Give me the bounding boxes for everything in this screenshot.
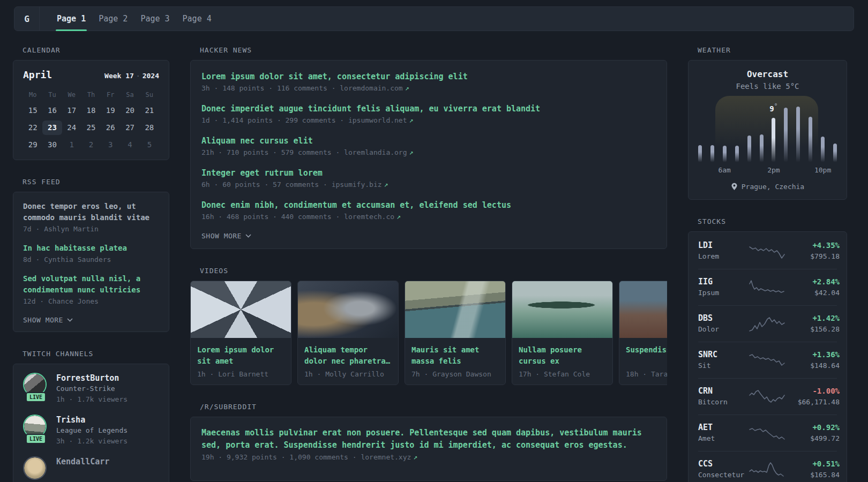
stock-change: +0.51% (788, 458, 840, 470)
stock-row[interactable]: LDILorem +4.35%$795.18 (698, 233, 837, 269)
hn-item-meta: 1d · 1,414 points · 299 comments · ipsum… (201, 115, 656, 126)
weather-bars (698, 107, 837, 162)
hn-item-domain[interactable]: loremdomain.com (340, 84, 402, 92)
video-card[interactable]: Mauris sit amet massa felis 7h · Grayson… (405, 281, 506, 385)
hn-item-stats: 16h · 468 points · 440 comments · (201, 213, 344, 221)
hour-tick: 10pm (814, 166, 831, 174)
stock-sparkline (747, 460, 788, 479)
reddit-post-title[interactable]: Maecenas mollis pulvinar erat non posuer… (201, 427, 656, 451)
calendar-day: 15 (23, 103, 42, 118)
calendar-day: 25 (81, 120, 101, 135)
app-logo[interactable]: G (14, 7, 40, 31)
calendar-day: 16 (42, 103, 62, 118)
calendar-day: 26 (101, 120, 120, 135)
videos-carousel: Lorem ipsum dolor sit amet consectetu… 1… (190, 281, 667, 385)
twitch-channel-row[interactable]: LIVE ForrestBurton Counter-Strike 1h · 1… (23, 373, 159, 405)
stock-change: -1.00% (788, 386, 840, 397)
hn-item-meta: 6h · 60 points · 57 comments · ipsumify.… (201, 179, 656, 190)
stock-name: Amet (698, 433, 747, 444)
tab-page-3[interactable]: Page 3 (134, 7, 176, 31)
weather-bar (760, 134, 764, 162)
calendar-day: 24 (62, 120, 81, 135)
channel-meta: 1h · 1.7k viewers (56, 394, 128, 405)
rss-item-title[interactable]: Sed volutpat nulla nisl, a condimentum n… (23, 273, 159, 296)
dashboard-grid: CALENDAR April Week 17·2024 Mo Tu We Th … (0, 31, 868, 482)
show-more-label: SHOW MORE (201, 232, 242, 240)
hn-item-title[interactable]: Aliquam nec cursus elit (201, 135, 656, 147)
video-title[interactable]: Suspendisse diam (626, 344, 667, 367)
stock-row[interactable]: CCSConsectetur +0.51%$165.84 (698, 451, 837, 482)
hn-item-domain[interactable]: loremlandia.org (344, 148, 407, 156)
twitch-channel-row[interactable]: LIVE Trisha League of Legends 3h · 1.2k … (23, 415, 159, 447)
hn-item-domain[interactable]: ipsumify.biz (332, 180, 382, 189)
video-card[interactable]: Lorem ipsum dolor sit amet consectetu… 1… (190, 281, 291, 385)
calendar-day-next-month: 4 (120, 138, 139, 152)
stock-row[interactable]: DBSDolor +1.42%$156.28 (698, 305, 837, 342)
calendar-day: 27 (120, 120, 139, 135)
stock-row[interactable]: AETAmet +0.92%$499.72 (698, 415, 837, 451)
hn-item-title[interactable]: Donec enim nibh, condimentum et accumsan… (201, 200, 656, 211)
video-card[interactable]: Nullam posuere cursus ex 17h · Stefan Co… (512, 281, 613, 385)
channel-name[interactable]: KendallCarr (56, 456, 109, 467)
weather-bar (723, 146, 727, 162)
hn-item-domain[interactable]: ipsumworld.net (348, 116, 407, 124)
channel-game: League of Legends (56, 425, 128, 436)
stock-price: $66,171.48 (788, 397, 840, 408)
stock-ticker: AET (698, 422, 747, 433)
stock-sparkline (747, 387, 788, 406)
tab-page-2[interactable]: Page 2 (92, 7, 134, 31)
calendar-day: 21 (140, 103, 159, 118)
hn-item-title[interactable]: Donec imperdiet augue tincidunt felis al… (201, 103, 656, 115)
stock-row[interactable]: IIGIpsum +2.84%$42.04 (698, 269, 837, 305)
dow-label: We (62, 89, 81, 101)
stock-ticker: DBS (698, 313, 747, 324)
video-title[interactable]: Nullam posuere cursus ex (519, 344, 606, 367)
reddit-post-domain[interactable]: loremnet.xyz (361, 453, 411, 461)
video-title[interactable]: Mauris sit amet massa felis (411, 344, 499, 367)
stock-name: Lorem (698, 251, 747, 262)
weather-hourly-chart: 9° 6am 2pm 10pm (698, 96, 837, 175)
rss-widget: RSS FEED Donec tempor eros leo, ut commo… (13, 178, 169, 332)
video-thumbnail (405, 281, 505, 338)
reddit-post-meta: 19h · 9,932 points · 1,090 comments · lo… (201, 451, 656, 463)
video-thumbnail (512, 281, 612, 338)
video-card[interactable]: Suspendisse diam 18h · Tara (619, 281, 667, 385)
calendar-day: 17 (62, 103, 81, 118)
video-thumbnail (191, 281, 291, 338)
hn-item-title[interactable]: Lorem ipsum dolor sit amet, consectetur … (201, 71, 656, 82)
stock-change: +4.35% (788, 240, 840, 251)
hn-item-title[interactable]: Integer eget rutrum lorem (201, 168, 656, 179)
stock-name: Sit (698, 360, 747, 371)
calendar-day: 29 (23, 138, 42, 152)
video-title[interactable]: Aliquam tempor dolor nec pharetra… (304, 344, 392, 367)
video-title[interactable]: Lorem ipsum dolor sit amet consectetu… (197, 344, 285, 367)
stock-row[interactable]: CRNBitcorn -1.00%$66,171.48 (698, 378, 837, 415)
stocks-widget: STOCKS LDILorem +4.35%$795.18 IIGIpsum +… (688, 217, 847, 482)
video-card[interactable]: Aliquam tempor dolor nec pharetra… 1h · … (297, 281, 399, 385)
stock-price: $499.72 (788, 433, 840, 444)
hn-show-more-button[interactable]: SHOW MORE (201, 232, 656, 240)
weather-bar (698, 145, 702, 162)
video-thumbnail (298, 281, 398, 338)
stock-sparkline (747, 242, 788, 261)
tab-page-4[interactable]: Page 4 (176, 7, 218, 31)
stock-name: Dolor (698, 324, 747, 335)
stock-name: Ipsum (698, 288, 747, 298)
rss-item-title[interactable]: In hac habitasse platea (23, 243, 159, 254)
hn-item: Donec imperdiet augue tincidunt felis al… (201, 103, 656, 126)
stock-sparkline (747, 278, 788, 297)
hn-item-meta: 3h · 148 points · 116 comments · loremdo… (201, 82, 656, 94)
calendar-month: April (23, 69, 52, 80)
stock-row[interactable]: SNRCSit +1.36%$148.64 (698, 342, 837, 378)
weather-location-text: Prague, Czechia (742, 183, 804, 191)
channel-name[interactable]: Trisha (56, 415, 128, 425)
hn-item-domain[interactable]: loremtech.co (344, 213, 394, 221)
tab-page-1[interactable]: Page 1 (50, 7, 92, 31)
hn-item-stats: 6h · 60 points · 57 comments · (201, 180, 332, 189)
hackernews-card: Lorem ipsum dolor sit amet, consectetur … (190, 60, 667, 249)
rss-item-title[interactable]: Donec tempor eros leo, ut commodo mauris… (23, 201, 159, 223)
weather-widget: WEATHER Overcast Feels like 5°C (688, 46, 847, 200)
rss-show-more-button[interactable]: SHOW MORE (23, 316, 159, 324)
twitch-channel-row[interactable]: KendallCarr (23, 456, 159, 482)
channel-name[interactable]: ForrestBurton (56, 373, 128, 383)
